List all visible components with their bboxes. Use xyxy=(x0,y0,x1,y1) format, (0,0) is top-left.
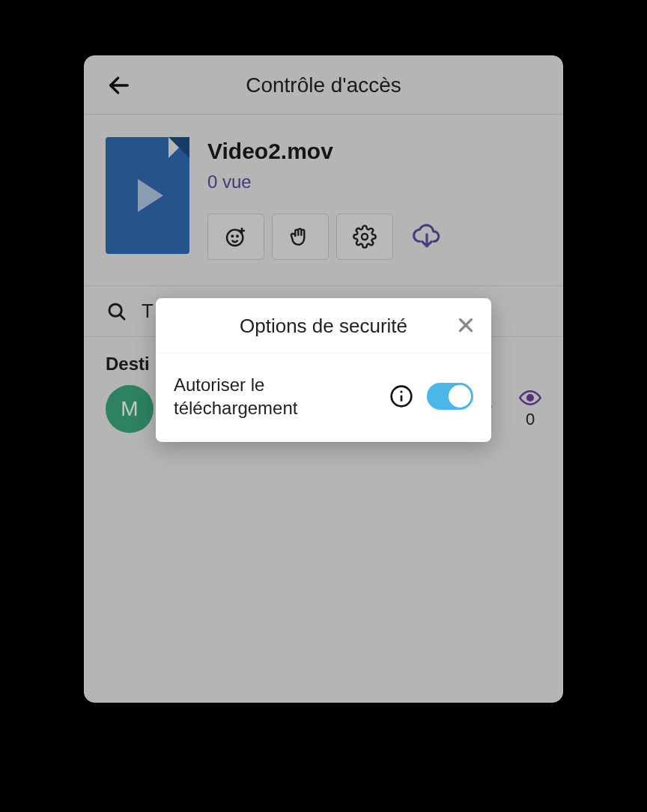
file-meta: Video2.mov 0 vue xyxy=(207,137,541,260)
page-title: Contrôle d'accès xyxy=(85,73,562,97)
hand-icon xyxy=(288,225,312,249)
search-input-text: T xyxy=(142,300,154,323)
view-count: 0 xyxy=(526,410,535,429)
file-fold xyxy=(168,137,189,158)
avatar: M xyxy=(106,385,154,433)
svg-point-3 xyxy=(237,236,238,237)
modal-header: Options de securité xyxy=(156,298,491,354)
file-actions xyxy=(207,213,541,260)
file-thumbnail[interactable] xyxy=(106,137,189,254)
info-button[interactable] xyxy=(388,383,415,410)
file-section: Video2.mov 0 vue xyxy=(85,115,562,286)
svg-line-9 xyxy=(120,315,124,319)
svg-point-10 xyxy=(527,395,533,401)
security-options-modal: Options de securité Autoriser le télécha… xyxy=(156,298,491,442)
eye-icon xyxy=(519,389,541,407)
search-icon xyxy=(106,300,128,323)
download-button[interactable] xyxy=(408,218,446,255)
svg-point-6 xyxy=(362,234,368,240)
block-button[interactable] xyxy=(272,213,329,260)
smile-plus-icon xyxy=(224,225,248,249)
file-name: Video2.mov xyxy=(207,139,541,164)
info-icon xyxy=(389,384,413,408)
file-view-count: 0 vue xyxy=(207,172,541,193)
close-icon xyxy=(456,315,476,335)
svg-point-1 xyxy=(227,230,243,246)
allow-download-label: Autoriser le téléchargement xyxy=(174,373,376,419)
header: Contrôle d'accès xyxy=(85,56,562,115)
play-icon xyxy=(138,179,163,212)
settings-button[interactable] xyxy=(336,213,393,260)
view-indicator: 0 xyxy=(519,389,541,429)
arrow-left-icon xyxy=(106,73,132,98)
svg-point-15 xyxy=(400,391,402,393)
modal-body: Autoriser le téléchargement xyxy=(156,354,491,442)
add-reaction-button[interactable] xyxy=(207,213,264,260)
svg-point-2 xyxy=(232,236,234,237)
modal-title: Options de securité xyxy=(240,315,407,338)
back-button[interactable] xyxy=(103,69,136,102)
gear-icon xyxy=(353,225,377,249)
toggle-knob xyxy=(449,385,471,407)
cloud-download-icon xyxy=(413,222,441,251)
close-button[interactable] xyxy=(451,310,481,340)
allow-download-toggle[interactable] xyxy=(427,383,473,410)
